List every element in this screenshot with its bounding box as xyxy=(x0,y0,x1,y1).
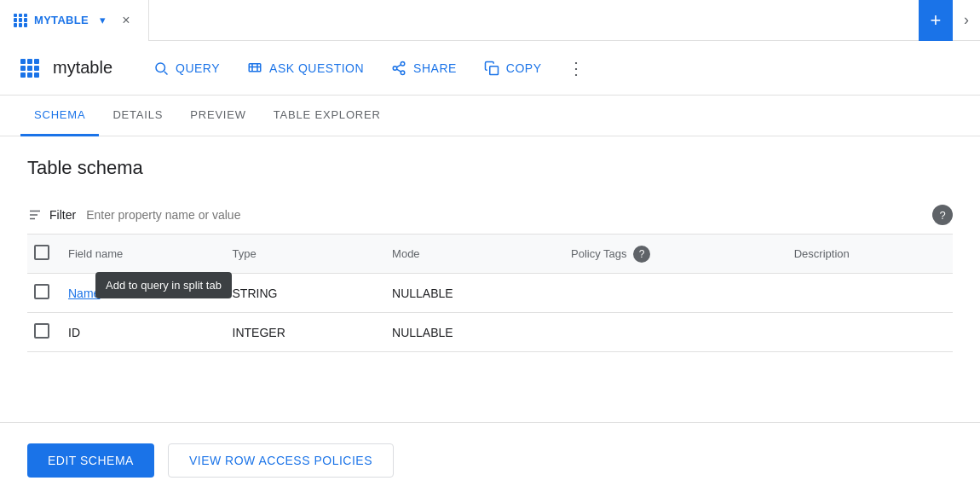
svg-line-7 xyxy=(397,64,401,67)
ask-question-label: ASK QUESTION xyxy=(269,61,364,75)
main-content: Table schema Filter ? Add to query in sp… xyxy=(0,136,980,373)
filter-icon xyxy=(27,207,43,223)
svg-point-4 xyxy=(393,66,397,70)
row-name-desc-cell xyxy=(787,274,953,313)
more-options-button[interactable]: ⋮ xyxy=(559,51,593,85)
col-description-header: Description xyxy=(787,235,953,274)
top-tab-bar: MYTABLE ▾ × + › xyxy=(0,0,980,41)
section-title: Table schema xyxy=(27,157,953,179)
table-grid-icon xyxy=(14,14,27,27)
schema-table: Field name Type Mode Policy Tags ? Descr… xyxy=(27,235,953,352)
filter-row: Filter ? xyxy=(27,196,953,235)
col-type-header: Type xyxy=(226,235,386,274)
add-tab-button[interactable]: + xyxy=(919,0,953,41)
mytable-tab[interactable]: MYTABLE ▾ × xyxy=(0,0,149,41)
search-icon xyxy=(153,61,169,76)
ask-question-button[interactable]: ASK QUESTION xyxy=(233,53,378,84)
edit-schema-button[interactable]: EDIT SCHEMA xyxy=(27,443,154,478)
query-label: QUERY xyxy=(176,61,220,75)
svg-point-5 xyxy=(401,71,405,75)
row-id-desc-cell xyxy=(787,313,953,352)
tab-details[interactable]: DETAILS xyxy=(99,96,176,136)
copy-button[interactable]: COPY xyxy=(470,53,556,84)
share-button[interactable]: SHARE xyxy=(378,53,470,84)
row-name-policy-cell xyxy=(564,274,787,313)
svg-line-1 xyxy=(164,71,168,74)
tab-schema[interactable]: SCHEMA xyxy=(20,96,99,136)
svg-rect-8 xyxy=(490,66,499,74)
row-name-field-cell: Name xyxy=(61,274,226,313)
share-icon xyxy=(391,61,406,76)
row-id-checkbox-cell xyxy=(27,313,61,352)
query-button[interactable]: QUERY xyxy=(140,53,233,84)
row-name-mode-cell: NULLABLE xyxy=(385,274,564,313)
svg-line-6 xyxy=(397,69,401,72)
tab-dropdown-icon[interactable]: ▾ xyxy=(95,13,111,28)
share-label: SHARE xyxy=(413,61,457,75)
svg-point-3 xyxy=(401,61,405,66)
row-name-type-cell: STRING xyxy=(226,274,386,313)
col-policy-tags-header: Policy Tags ? xyxy=(564,235,787,274)
table-row: Name STRING NULLABLE xyxy=(27,274,953,313)
filter-input[interactable] xyxy=(86,208,932,222)
tab-overflow-icon[interactable]: › xyxy=(953,0,980,41)
row-name-checkbox-cell xyxy=(27,274,61,313)
row-id-checkbox[interactable] xyxy=(34,323,49,339)
tab-table-explorer[interactable]: TABLE EXPLORER xyxy=(260,96,395,136)
field-name-link[interactable]: Name xyxy=(68,287,100,300)
schema-table-container: Add to query in split tab Field name Typ… xyxy=(27,235,953,352)
table-header-row: Field name Type Mode Policy Tags ? Descr… xyxy=(27,235,953,274)
col-mode-header: Mode xyxy=(385,235,564,274)
row-id-field-cell: ID xyxy=(61,313,226,352)
policy-tags-help-icon[interactable]: ? xyxy=(633,246,650,263)
table-row: ID INTEGER NULLABLE xyxy=(27,313,953,352)
ask-icon xyxy=(247,61,262,76)
copy-icon xyxy=(484,61,499,76)
col-field-name-header: Field name xyxy=(61,235,226,274)
row-id-type-cell: INTEGER xyxy=(226,313,386,352)
tab-preview[interactable]: PREVIEW xyxy=(176,96,260,136)
row-name-checkbox[interactable] xyxy=(34,284,49,299)
toolbar-table-icon xyxy=(20,59,39,78)
toolbar: mytable QUERY ASK QUESTION SHARE COPY ⋮ xyxy=(0,41,980,96)
filter-help-icon[interactable]: ? xyxy=(932,205,953,225)
filter-label: Filter xyxy=(49,208,76,222)
tab-title: MYTABLE xyxy=(34,14,89,26)
bottom-buttons: EDIT SCHEMA VIEW ROW ACCESS POLICIES xyxy=(0,422,980,498)
sub-tab-bar: SCHEMA DETAILS PREVIEW TABLE EXPLORER xyxy=(0,96,980,136)
row-id-policy-cell xyxy=(564,313,787,352)
copy-label: COPY xyxy=(506,61,542,75)
header-checkbox[interactable] xyxy=(34,245,49,260)
col-checkbox-header xyxy=(27,235,61,274)
row-id-mode-cell: NULLABLE xyxy=(385,313,564,352)
tab-close-icon[interactable]: × xyxy=(118,12,135,29)
toolbar-title: mytable xyxy=(53,58,112,78)
view-row-access-button[interactable]: VIEW ROW ACCESS POLICIES xyxy=(168,443,394,478)
svg-point-0 xyxy=(156,63,165,72)
